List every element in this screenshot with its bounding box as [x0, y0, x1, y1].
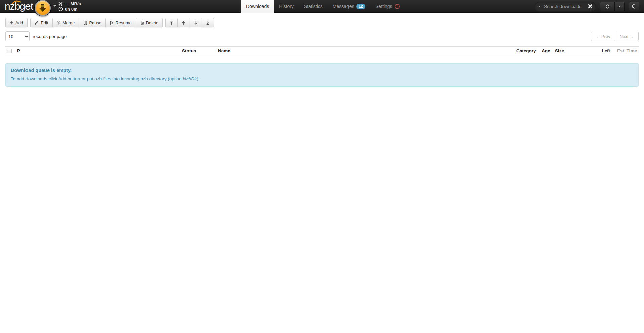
pause-icon — [83, 21, 87, 25]
priority-column-header[interactable]: P — [15, 47, 180, 55]
resume-button-label: Resume — [115, 20, 131, 25]
merge-button[interactable]: Merge — [52, 18, 79, 27]
resume-button[interactable]: Resume — [105, 18, 136, 27]
remaining-time: 0h 0m — [65, 7, 78, 12]
chevron-down-icon — [618, 6, 621, 7]
pagination: ← Prev Next → — [591, 32, 639, 41]
delete-button-label: Delete — [146, 20, 159, 25]
plus-icon — [10, 21, 14, 25]
next-page-label: Next → — [620, 34, 634, 39]
prev-page-label: ← Prev — [596, 34, 610, 39]
play-icon — [110, 21, 114, 25]
records-per-page-select[interactable]: 10 — [5, 31, 30, 41]
pause-button[interactable]: Pause — [79, 18, 106, 27]
records-per-page-label: records per page — [33, 34, 67, 39]
search-clear-icon[interactable] — [588, 4, 593, 9]
tab-history-label: History — [279, 0, 294, 13]
moon-icon — [632, 4, 637, 9]
tab-downloads-label: Downloads — [246, 0, 269, 13]
delete-button[interactable]: Delete — [136, 18, 163, 27]
pause-button-label: Pause — [89, 20, 101, 25]
plane-speed-icon — [58, 1, 63, 6]
move-to-bottom-icon — [206, 21, 210, 25]
play-pause-download-button[interactable] — [35, 0, 51, 16]
move-to-top-button[interactable] — [165, 18, 178, 27]
move-down-button[interactable] — [190, 18, 202, 27]
trash-icon — [140, 21, 144, 25]
left-column-header[interactable]: Left — [591, 47, 612, 55]
select-all-header — [5, 47, 15, 55]
search-options-caret-icon[interactable] — [538, 6, 541, 7]
empty-queue-message-prefix: To add downloads click Add button or put… — [11, 76, 183, 81]
empty-queue-message: To add downloads click Add button or put… — [11, 76, 633, 81]
top-navbar: nzbget --- MB/s — [0, 0, 644, 13]
logo-arc-icon — [12, 0, 21, 4]
edit-button[interactable]: Edit — [30, 18, 52, 27]
move-up-button[interactable] — [177, 18, 190, 27]
messages-count-badge: 12 — [356, 4, 365, 9]
name-column-header[interactable]: Name — [216, 47, 515, 55]
tab-messages[interactable]: Messages 12 — [328, 0, 370, 13]
search-box — [535, 2, 596, 11]
prev-page-button[interactable]: ← Prev — [591, 32, 615, 41]
refresh-button-group — [600, 2, 625, 11]
status-column-header[interactable]: Status — [180, 47, 216, 55]
navbar-right-controls — [535, 2, 639, 11]
list-controls-row: 10 records per page ← Prev Next → — [5, 31, 639, 41]
tab-statistics-label: Statistics — [304, 0, 323, 13]
download-queue-table: P Status Name Category Age Size Left Est… — [5, 46, 639, 55]
tab-settings[interactable]: Settings ! — [370, 0, 405, 13]
next-page-button[interactable]: Next → — [615, 32, 639, 41]
move-to-bottom-button[interactable] — [202, 18, 214, 27]
age-column-header[interactable]: Age — [540, 47, 553, 55]
tab-settings-label: Settings — [375, 0, 392, 13]
merge-button-label: Merge — [63, 20, 75, 25]
empty-queue-alert: Download queue is empty. To add download… — [5, 63, 639, 87]
add-button-label: Add — [15, 20, 23, 25]
refresh-icon — [605, 4, 610, 9]
refresh-interval-caret-button[interactable] — [615, 2, 625, 11]
nzbdir-option-name: NzbDir — [183, 76, 197, 81]
tab-messages-label: Messages — [333, 0, 354, 13]
status-block: --- MB/s 0h 0m — [58, 1, 81, 12]
move-up-icon — [181, 21, 186, 25]
search-input[interactable] — [543, 4, 586, 9]
merge-icon — [57, 21, 61, 25]
category-column-header[interactable]: Category — [515, 47, 540, 55]
main-tabs: Downloads History Statistics Messages 12… — [241, 0, 405, 13]
dark-mode-button[interactable] — [629, 2, 639, 11]
tab-history[interactable]: History — [274, 0, 299, 13]
settings-warning-icon: ! — [395, 4, 400, 9]
refresh-button[interactable] — [600, 2, 615, 11]
queue-toolbar: Add Edit Merge — [5, 18, 639, 27]
tab-downloads[interactable]: Downloads — [241, 0, 274, 13]
est-time-column-header[interactable]: Est. Time — [612, 47, 639, 55]
move-button-group — [165, 18, 214, 27]
clock-icon — [58, 7, 63, 11]
size-column-header[interactable]: Size — [553, 47, 591, 55]
edit-button-group: Edit Merge Pause — [30, 18, 163, 27]
edit-button-label: Edit — [41, 20, 48, 25]
pencil-icon — [35, 21, 39, 25]
download-menu-caret-icon[interactable] — [53, 5, 56, 7]
download-speed: --- MB/s — [65, 1, 81, 6]
add-button[interactable]: Add — [5, 18, 28, 27]
empty-queue-title: Download queue is empty. — [11, 68, 633, 73]
move-to-top-icon — [169, 21, 174, 25]
empty-queue-message-suffix: ). — [197, 76, 200, 81]
select-all-checkbox[interactable] — [7, 49, 12, 53]
table-header-row: P Status Name Category Age Size Left Est… — [5, 47, 639, 55]
tab-statistics[interactable]: Statistics — [299, 0, 328, 13]
add-button-group: Add — [5, 18, 28, 27]
move-down-icon — [194, 21, 198, 25]
download-arrow-icon — [39, 4, 46, 12]
